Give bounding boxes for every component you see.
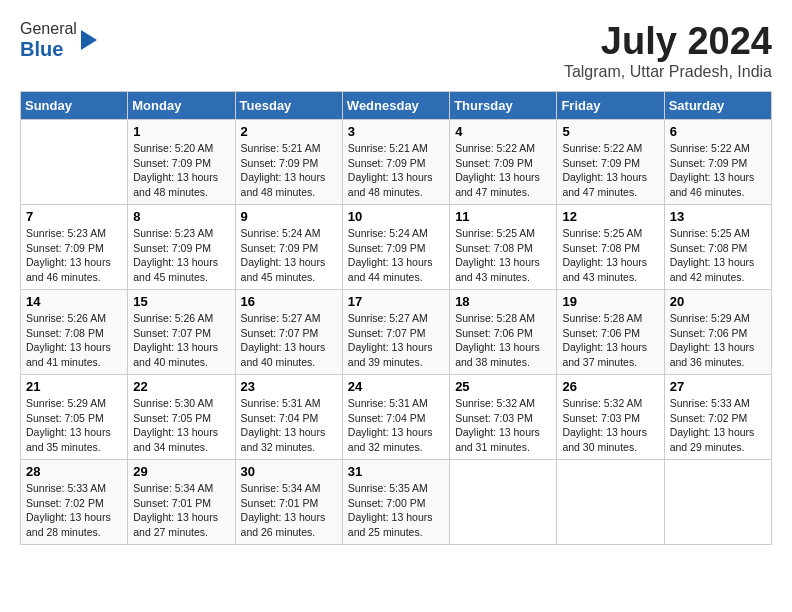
calendar-cell: 27Sunrise: 5:33 AM Sunset: 7:02 PM Dayli…: [664, 375, 771, 460]
logo-blue-text: Blue: [20, 38, 77, 60]
day-info: Sunrise: 5:27 AM Sunset: 7:07 PM Dayligh…: [241, 311, 337, 370]
day-info: Sunrise: 5:21 AM Sunset: 7:09 PM Dayligh…: [348, 141, 444, 200]
day-number: 2: [241, 124, 337, 139]
week-row-4: 21Sunrise: 5:29 AM Sunset: 7:05 PM Dayli…: [21, 375, 772, 460]
day-header-wednesday: Wednesday: [342, 92, 449, 120]
calendar-cell: 25Sunrise: 5:32 AM Sunset: 7:03 PM Dayli…: [450, 375, 557, 460]
day-info: Sunrise: 5:35 AM Sunset: 7:00 PM Dayligh…: [348, 481, 444, 540]
day-info: Sunrise: 5:32 AM Sunset: 7:03 PM Dayligh…: [455, 396, 551, 455]
calendar-cell: [557, 460, 664, 545]
calendar-cell: 17Sunrise: 5:27 AM Sunset: 7:07 PM Dayli…: [342, 290, 449, 375]
calendar-cell: 31Sunrise: 5:35 AM Sunset: 7:00 PM Dayli…: [342, 460, 449, 545]
calendar-cell: 3Sunrise: 5:21 AM Sunset: 7:09 PM Daylig…: [342, 120, 449, 205]
week-row-2: 7Sunrise: 5:23 AM Sunset: 7:09 PM Daylig…: [21, 205, 772, 290]
day-info: Sunrise: 5:28 AM Sunset: 7:06 PM Dayligh…: [455, 311, 551, 370]
day-info: Sunrise: 5:34 AM Sunset: 7:01 PM Dayligh…: [133, 481, 229, 540]
day-info: Sunrise: 5:25 AM Sunset: 7:08 PM Dayligh…: [455, 226, 551, 285]
calendar-header-row: SundayMondayTuesdayWednesdayThursdayFrid…: [21, 92, 772, 120]
day-number: 6: [670, 124, 766, 139]
calendar-cell: 16Sunrise: 5:27 AM Sunset: 7:07 PM Dayli…: [235, 290, 342, 375]
calendar-cell: 5Sunrise: 5:22 AM Sunset: 7:09 PM Daylig…: [557, 120, 664, 205]
day-info: Sunrise: 5:22 AM Sunset: 7:09 PM Dayligh…: [455, 141, 551, 200]
day-number: 9: [241, 209, 337, 224]
day-info: Sunrise: 5:27 AM Sunset: 7:07 PM Dayligh…: [348, 311, 444, 370]
day-number: 13: [670, 209, 766, 224]
calendar-cell: [664, 460, 771, 545]
day-info: Sunrise: 5:32 AM Sunset: 7:03 PM Dayligh…: [562, 396, 658, 455]
calendar-body: 1Sunrise: 5:20 AM Sunset: 7:09 PM Daylig…: [21, 120, 772, 545]
location-subtitle: Talgram, Uttar Pradesh, India: [564, 63, 772, 81]
day-info: Sunrise: 5:33 AM Sunset: 7:02 PM Dayligh…: [26, 481, 122, 540]
day-number: 29: [133, 464, 229, 479]
day-info: Sunrise: 5:22 AM Sunset: 7:09 PM Dayligh…: [562, 141, 658, 200]
day-number: 19: [562, 294, 658, 309]
day-number: 8: [133, 209, 229, 224]
day-info: Sunrise: 5:25 AM Sunset: 7:08 PM Dayligh…: [670, 226, 766, 285]
day-info: Sunrise: 5:20 AM Sunset: 7:09 PM Dayligh…: [133, 141, 229, 200]
calendar-cell: 24Sunrise: 5:31 AM Sunset: 7:04 PM Dayli…: [342, 375, 449, 460]
day-header-friday: Friday: [557, 92, 664, 120]
day-number: 15: [133, 294, 229, 309]
week-row-3: 14Sunrise: 5:26 AM Sunset: 7:08 PM Dayli…: [21, 290, 772, 375]
day-header-saturday: Saturday: [664, 92, 771, 120]
day-number: 18: [455, 294, 551, 309]
calendar-cell: 18Sunrise: 5:28 AM Sunset: 7:06 PM Dayli…: [450, 290, 557, 375]
day-number: 14: [26, 294, 122, 309]
day-number: 16: [241, 294, 337, 309]
day-number: 31: [348, 464, 444, 479]
calendar-cell: 2Sunrise: 5:21 AM Sunset: 7:09 PM Daylig…: [235, 120, 342, 205]
day-info: Sunrise: 5:24 AM Sunset: 7:09 PM Dayligh…: [348, 226, 444, 285]
day-number: 23: [241, 379, 337, 394]
logo-general-text: General: [20, 20, 77, 38]
calendar-cell: 20Sunrise: 5:29 AM Sunset: 7:06 PM Dayli…: [664, 290, 771, 375]
calendar-cell: 19Sunrise: 5:28 AM Sunset: 7:06 PM Dayli…: [557, 290, 664, 375]
week-row-5: 28Sunrise: 5:33 AM Sunset: 7:02 PM Dayli…: [21, 460, 772, 545]
title-block: July 2024 Talgram, Uttar Pradesh, India: [564, 20, 772, 81]
day-number: 7: [26, 209, 122, 224]
day-info: Sunrise: 5:23 AM Sunset: 7:09 PM Dayligh…: [26, 226, 122, 285]
day-info: Sunrise: 5:26 AM Sunset: 7:07 PM Dayligh…: [133, 311, 229, 370]
week-row-1: 1Sunrise: 5:20 AM Sunset: 7:09 PM Daylig…: [21, 120, 772, 205]
day-info: Sunrise: 5:29 AM Sunset: 7:05 PM Dayligh…: [26, 396, 122, 455]
day-info: Sunrise: 5:34 AM Sunset: 7:01 PM Dayligh…: [241, 481, 337, 540]
day-header-tuesday: Tuesday: [235, 92, 342, 120]
day-header-monday: Monday: [128, 92, 235, 120]
day-number: 17: [348, 294, 444, 309]
calendar-cell: 15Sunrise: 5:26 AM Sunset: 7:07 PM Dayli…: [128, 290, 235, 375]
calendar-cell: 13Sunrise: 5:25 AM Sunset: 7:08 PM Dayli…: [664, 205, 771, 290]
day-info: Sunrise: 5:21 AM Sunset: 7:09 PM Dayligh…: [241, 141, 337, 200]
calendar-cell: 14Sunrise: 5:26 AM Sunset: 7:08 PM Dayli…: [21, 290, 128, 375]
day-info: Sunrise: 5:31 AM Sunset: 7:04 PM Dayligh…: [348, 396, 444, 455]
day-number: 26: [562, 379, 658, 394]
logo-arrow-icon: [81, 30, 97, 50]
day-info: Sunrise: 5:28 AM Sunset: 7:06 PM Dayligh…: [562, 311, 658, 370]
page-header: General Blue July 2024 Talgram, Uttar Pr…: [20, 20, 772, 81]
calendar-cell: 21Sunrise: 5:29 AM Sunset: 7:05 PM Dayli…: [21, 375, 128, 460]
calendar-cell: 7Sunrise: 5:23 AM Sunset: 7:09 PM Daylig…: [21, 205, 128, 290]
calendar-cell: [21, 120, 128, 205]
calendar-cell: 6Sunrise: 5:22 AM Sunset: 7:09 PM Daylig…: [664, 120, 771, 205]
day-number: 22: [133, 379, 229, 394]
day-number: 10: [348, 209, 444, 224]
calendar-cell: 11Sunrise: 5:25 AM Sunset: 7:08 PM Dayli…: [450, 205, 557, 290]
calendar-cell: 28Sunrise: 5:33 AM Sunset: 7:02 PM Dayli…: [21, 460, 128, 545]
day-number: 11: [455, 209, 551, 224]
day-info: Sunrise: 5:30 AM Sunset: 7:05 PM Dayligh…: [133, 396, 229, 455]
day-info: Sunrise: 5:23 AM Sunset: 7:09 PM Dayligh…: [133, 226, 229, 285]
calendar-cell: 29Sunrise: 5:34 AM Sunset: 7:01 PM Dayli…: [128, 460, 235, 545]
day-number: 30: [241, 464, 337, 479]
day-header-thursday: Thursday: [450, 92, 557, 120]
day-header-sunday: Sunday: [21, 92, 128, 120]
day-info: Sunrise: 5:33 AM Sunset: 7:02 PM Dayligh…: [670, 396, 766, 455]
day-number: 27: [670, 379, 766, 394]
day-number: 1: [133, 124, 229, 139]
day-info: Sunrise: 5:26 AM Sunset: 7:08 PM Dayligh…: [26, 311, 122, 370]
day-info: Sunrise: 5:22 AM Sunset: 7:09 PM Dayligh…: [670, 141, 766, 200]
calendar-cell: 30Sunrise: 5:34 AM Sunset: 7:01 PM Dayli…: [235, 460, 342, 545]
calendar-cell: 23Sunrise: 5:31 AM Sunset: 7:04 PM Dayli…: [235, 375, 342, 460]
calendar-table: SundayMondayTuesdayWednesdayThursdayFrid…: [20, 91, 772, 545]
day-number: 5: [562, 124, 658, 139]
day-number: 28: [26, 464, 122, 479]
calendar-cell: [450, 460, 557, 545]
day-number: 4: [455, 124, 551, 139]
